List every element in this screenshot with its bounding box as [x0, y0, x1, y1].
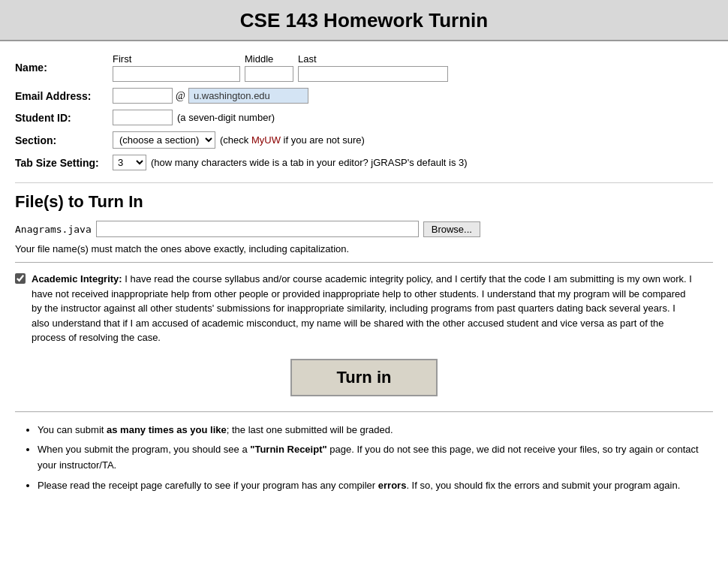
- integrity-text: Academic Integrity: I have read the cour…: [32, 272, 692, 345]
- email-row: Email Address: @ u.washington.edu: [15, 88, 713, 104]
- section-hint: (check MyUW if you are not sure): [220, 134, 365, 146]
- section-label: Section:: [15, 134, 113, 146]
- last-name-label: Last: [298, 53, 317, 65]
- tab-size-select[interactable]: 2 3 4 8: [113, 155, 146, 170]
- section-hint-post: if you are not sure): [284, 134, 365, 146]
- name-row: Name: First Middle Last: [15, 53, 713, 82]
- bullet-3: Please read the receipt page carefully t…: [38, 478, 713, 494]
- email-at-symbol: @: [176, 90, 185, 102]
- bullet-2: When you submit the program, you should …: [38, 442, 713, 474]
- bullet-1-post: ; the last one submitted will be graded.: [227, 424, 393, 435]
- name-label: Name:: [15, 62, 113, 74]
- section-divider-1: [15, 182, 713, 183]
- bullet-3-bold: errors: [378, 480, 407, 491]
- email-prefix-input[interactable]: [113, 88, 173, 104]
- middle-name-label: Middle: [245, 53, 273, 65]
- files-heading: File(s) to Turn In: [15, 192, 713, 212]
- page-header: CSE 143 Homework Turnin: [0, 0, 728, 41]
- email-label: Email Address:: [15, 90, 113, 102]
- bottom-divider: [15, 411, 713, 412]
- page-title: CSE 143 Homework Turnin: [0, 9, 728, 32]
- bullet-2-pre: When you submit the program, you should …: [38, 444, 250, 455]
- bullet-2-bold: "Turnin Receipt": [250, 444, 326, 455]
- myuw-link[interactable]: MyUW: [251, 134, 281, 146]
- last-name-input[interactable]: [298, 66, 448, 82]
- tab-size-label: Tab Size Setting:: [15, 157, 113, 169]
- files-section: File(s) to Turn In Anagrams.java Browse.…: [15, 192, 713, 254]
- integrity-checkbox[interactable]: [15, 273, 26, 284]
- student-id-input[interactable]: [113, 110, 173, 125]
- info-bullets: You can submit as many times as you like…: [15, 423, 713, 494]
- student-id-hint: (a seven-digit number): [177, 112, 275, 123]
- bullet-1: You can submit as many times as you like…: [38, 423, 713, 438]
- bullet-1-bold: as many times as you like: [107, 424, 227, 435]
- turnin-button[interactable]: Turn in: [290, 359, 438, 396]
- section-hint-pre: (check: [220, 134, 248, 146]
- email-domain-display: u.washington.edu: [188, 88, 308, 104]
- browse-button[interactable]: Browse...: [423, 221, 480, 237]
- bullet-3-pre: Please read the receipt page carefully t…: [38, 480, 378, 491]
- tab-size-hint: (how many characters wide is a tab in yo…: [151, 157, 468, 168]
- file-note: Your file name(s) must match the ones ab…: [15, 243, 713, 254]
- bullet-3-post: . If so, you should fix the errors and s…: [406, 480, 680, 491]
- turnin-button-wrapper: Turn in: [15, 359, 713, 396]
- student-id-label: Student ID:: [15, 112, 113, 124]
- integrity-body: I have read the course syllabus and/or c…: [32, 273, 692, 343]
- file-row: Anagrams.java Browse...: [15, 221, 713, 237]
- file-name-label: Anagrams.java: [15, 224, 92, 235]
- first-name-label: First: [113, 53, 131, 65]
- student-id-row: Student ID: (a seven-digit number): [15, 110, 713, 125]
- tab-size-row: Tab Size Setting: 2 3 4 8 (how many char…: [15, 155, 713, 170]
- section-row: Section: (choose a section) AA AB AC AD …: [15, 131, 713, 149]
- middle-name-input[interactable]: [245, 66, 293, 82]
- section-select[interactable]: (choose a section) AA AB AC AD AE AF AG …: [113, 131, 215, 149]
- file-input[interactable]: [96, 221, 419, 237]
- integrity-label: Academic Integrity:: [32, 273, 122, 285]
- integrity-section: Academic Integrity: I have read the cour…: [15, 262, 713, 345]
- first-name-input[interactable]: [113, 66, 240, 82]
- bullet-1-pre: You can submit: [38, 424, 107, 435]
